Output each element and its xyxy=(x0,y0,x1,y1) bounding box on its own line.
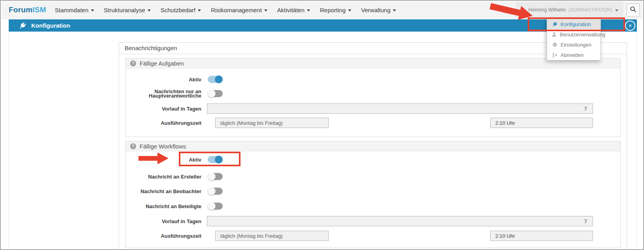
nav-item-label: Aktivitäten xyxy=(277,7,305,13)
chevron-down-icon xyxy=(307,9,310,11)
menu-item-einstellungen[interactable]: Einstellungen xyxy=(547,39,600,50)
field-area xyxy=(207,231,593,241)
form-row-aktiv: Aktiv xyxy=(126,156,620,164)
user-dropdown-menu: KonfigurationBenutzerverwaltungEinstellu… xyxy=(547,19,601,60)
field-label: Aktiv xyxy=(126,77,201,82)
form-row-vorlauf-in-tagen: Vorlauf in Tagen xyxy=(126,103,620,114)
toggle-knob xyxy=(208,187,216,195)
menu-item-konfiguration[interactable]: Konfiguration xyxy=(547,19,600,29)
menu-item-label: Einstellungen xyxy=(561,42,591,48)
form-row-ausführungszeit: Ausführungszeit xyxy=(126,231,620,241)
gear-icon xyxy=(552,42,557,47)
nav-item-verwaltung[interactable]: Verwaltung xyxy=(361,7,396,13)
menu-item-label: Konfiguration xyxy=(561,21,591,27)
field-label: Nachricht an Beobachter xyxy=(126,189,201,194)
chevron-down-icon xyxy=(615,9,618,11)
input-vorlauf-in-tagen[interactable] xyxy=(207,103,593,114)
field-area xyxy=(207,173,223,180)
close-button[interactable]: ✕ xyxy=(625,21,635,31)
main-menu: StammdatenStrukturanalyseSchutzbedarfRis… xyxy=(55,7,396,13)
panel-fällige-aufgaben: ?Fällige AufgabenAktivNachrichten nur an… xyxy=(125,58,621,137)
user-name: Henning Wilhelm xyxy=(528,7,566,13)
logout-icon xyxy=(552,53,557,58)
toggle-aktiv[interactable] xyxy=(208,156,223,164)
notifications-panel: Benachrichtigungen ?Fällige AufgabenAkti… xyxy=(119,42,627,250)
app-window: ForumISM StammdatenStrukturanalyseSchutz… xyxy=(0,0,644,250)
nav-item-label: Reporting xyxy=(320,7,346,13)
chevron-down-icon xyxy=(348,9,351,11)
top-navbar: ForumISM StammdatenStrukturanalyseSchutz… xyxy=(2,2,642,19)
panel-header: ?Fällige Workflows xyxy=(126,141,620,151)
nav-item-label: Risikomanagement xyxy=(211,7,261,13)
panels-container: ?Fällige AufgabenAktivNachrichten nur an… xyxy=(119,58,627,248)
chevron-down-icon xyxy=(198,9,201,11)
field-label: Nachricht an Ersteller xyxy=(126,175,201,179)
toggle-nachricht-an-beteiligte[interactable] xyxy=(208,202,223,210)
field-area xyxy=(207,187,223,195)
nav-item-risikomanagement[interactable]: Risikomanagement xyxy=(211,7,267,13)
search-button[interactable] xyxy=(627,4,640,17)
input-schedule-time[interactable] xyxy=(490,118,593,128)
question-icon[interactable]: ? xyxy=(130,60,136,66)
panel-fällige-workflows: ?Fällige WorkflowsAktivNachricht an Erst… xyxy=(125,141,621,248)
panel-header: ?Fällige Aufgaben xyxy=(126,58,620,68)
toggle-knob xyxy=(215,75,223,83)
menu-item-label: Abmelden xyxy=(561,52,584,58)
schedule-fields xyxy=(207,231,593,241)
form-row-nachrichten-nur-anhauptverantwortliche: Nachrichten nur anHauptverantwortliche xyxy=(126,89,620,98)
app-logo[interactable]: ForumISM xyxy=(9,6,46,14)
field-label: Nachrichten nur anHauptverantwortliche xyxy=(126,89,201,98)
field-area xyxy=(207,75,223,83)
toggle-nachricht-an-beobachter[interactable] xyxy=(208,187,223,195)
nav-item-strukturanalyse[interactable]: Strukturanalyse xyxy=(104,7,151,13)
navbar-right: Henning Wilhelm (ADMINISTRATOR) xyxy=(516,2,642,18)
field-label: Aktiv xyxy=(126,158,201,162)
user-menu-button[interactable]: Henning Wilhelm (ADMINISTRATOR) xyxy=(516,2,623,18)
field-label: Nachricht an Beteiligte xyxy=(126,204,201,209)
panel-title: Fällige Aufgaben xyxy=(140,60,184,67)
input-schedule-time[interactable] xyxy=(490,231,593,241)
field-area xyxy=(207,156,223,164)
form-row-aktiv: Aktiv xyxy=(126,75,620,83)
panel-title: Fällige Workflows xyxy=(140,143,186,150)
field-label: Vorlauf in Tagen xyxy=(126,107,201,111)
chevron-down-icon xyxy=(91,9,94,11)
nav-item-schutzbedarf[interactable]: Schutzbedarf xyxy=(161,7,201,13)
toggle-knob xyxy=(208,90,216,98)
schedule-fields xyxy=(207,118,593,128)
input-schedule-days[interactable] xyxy=(215,118,329,128)
toggle-nachricht-an-ersteller[interactable] xyxy=(208,173,223,180)
menu-item-label: Benutzerverwaltung xyxy=(560,32,605,38)
plug-icon xyxy=(552,22,557,27)
field-label: Ausführungszeit xyxy=(126,234,201,238)
form-row-nachricht-an-beobachter: Nachricht an Beobachter xyxy=(126,187,620,195)
nav-item-label: Strukturanalyse xyxy=(104,7,145,13)
page-title: Konfiguration xyxy=(31,22,70,29)
toggle-knob xyxy=(208,173,216,180)
nav-item-aktivitäten[interactable]: Aktivitäten xyxy=(277,7,310,13)
field-area xyxy=(207,103,593,114)
toggle-aktiv[interactable] xyxy=(208,75,223,83)
panel-body: AktivNachrichten nur anHauptverantwortli… xyxy=(126,68,620,137)
nav-item-reporting[interactable]: Reporting xyxy=(320,7,351,13)
field-label: Vorlauf in Tagen xyxy=(126,219,201,224)
field-area xyxy=(207,118,593,128)
plug-icon xyxy=(19,22,26,29)
input-schedule-days[interactable] xyxy=(215,231,329,241)
chevron-down-icon xyxy=(264,9,267,11)
menu-item-abmelden[interactable]: Abmelden xyxy=(547,50,600,60)
toggle-nachrichten-nur-anhauptverantwortliche[interactable] xyxy=(208,90,223,98)
user-icon xyxy=(521,6,526,13)
nav-item-label: Verwaltung xyxy=(361,7,390,13)
question-icon[interactable]: ? xyxy=(130,143,136,149)
menu-item-benutzerverwaltung[interactable]: Benutzerverwaltung xyxy=(547,29,600,39)
toggle-knob xyxy=(215,156,223,164)
input-vorlauf-in-tagen[interactable] xyxy=(207,216,593,226)
nav-item-label: Schutzbedarf xyxy=(161,7,195,13)
form-row-ausführungszeit: Ausführungszeit xyxy=(126,118,620,128)
field-area xyxy=(207,90,223,98)
panel-body: AktivNachricht an ErstellerNachricht an … xyxy=(126,151,620,248)
nav-item-stammdaten[interactable]: Stammdaten xyxy=(55,7,94,13)
search-icon xyxy=(630,6,636,14)
form-row-nachricht-an-ersteller: Nachricht an Ersteller xyxy=(126,173,620,180)
